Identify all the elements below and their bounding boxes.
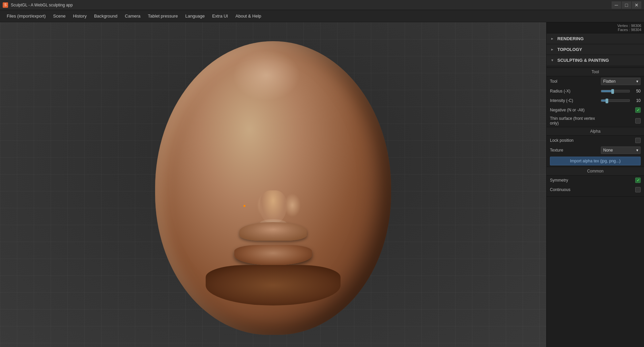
upper-lip — [239, 222, 307, 241]
faces-count: Faces : 98304 — [549, 28, 641, 32]
texture-value-container: None ▾ — [601, 146, 641, 154]
continuous-checkbox[interactable] — [635, 187, 641, 192]
menu-extraui[interactable]: Extra UI — [209, 12, 231, 20]
menu-tablet[interactable]: Tablet pressure — [145, 12, 181, 20]
menu-files[interactable]: Files (import/export) — [3, 12, 49, 20]
intensity-row: Intensity (-C) 10 — [547, 96, 644, 105]
minimize-button[interactable]: ─ — [612, 1, 621, 9]
menu-scene[interactable]: Scene — [50, 12, 69, 20]
3d-model — [138, 41, 408, 328]
rendering-header[interactable]: ► RENDERING — [547, 33, 644, 44]
sculpting-section: ▼ SCULPTING & PAINTING Tool Tool Flatten… — [547, 55, 644, 197]
intensity-slider[interactable]: 10 — [601, 98, 641, 103]
tool-row: Tool Flatten ▾ — [547, 76, 644, 86]
symmetry-checkmark: ✓ — [637, 178, 640, 183]
rendering-arrow: ► — [551, 37, 555, 41]
maximize-button[interactable]: □ — [622, 1, 631, 9]
texture-dropdown-arrow-icon: ▾ — [636, 148, 638, 153]
rendering-section: ► RENDERING — [547, 33, 644, 44]
topology-section: ► TOPOLOGY — [547, 44, 644, 55]
menu-history[interactable]: History — [69, 12, 90, 20]
negative-row: Negative (N or -Alt) ✓ — [547, 105, 644, 115]
negative-checkbox[interactable]: ✓ — [635, 107, 641, 113]
viewport[interactable] — [0, 22, 546, 347]
topology-header[interactable]: ► TOPOLOGY — [547, 44, 644, 55]
radius-row: Radius (-X) 50 — [547, 86, 644, 96]
texture-dropdown-value: None — [603, 148, 613, 153]
dropdown-arrow-icon: ▾ — [636, 79, 638, 84]
texture-label: Texture — [550, 148, 599, 153]
menu-help[interactable]: About & Help — [232, 12, 265, 20]
vertex-count: Vertex : 98306 — [549, 24, 641, 28]
thin-surface-label: Thin surface (front vertex only) — [550, 116, 599, 126]
intensity-label: Intensity (-C) — [550, 98, 599, 103]
titlebar-left: S SculptGL - A WebGL sculpting app — [3, 2, 73, 8]
sculpting-content: Tool Tool Flatten ▾ Radius (-X) — [547, 65, 644, 196]
menubar: Files (import/export) Scene History Back… — [0, 10, 644, 22]
radius-slider[interactable]: 50 — [601, 89, 641, 94]
tool-sublabel: Tool — [547, 68, 644, 76]
continuous-label: Continuous — [550, 187, 599, 192]
negative-checkmark: ✓ — [637, 108, 640, 112]
rendering-label: RENDERING — [557, 36, 584, 41]
titlebar: S SculptGL - A WebGL sculpting app ─ □ ✕ — [0, 0, 644, 10]
radius-number: 50 — [631, 89, 641, 94]
negative-label: Negative (N or -Alt) — [550, 108, 599, 112]
tool-value-container: Flatten ▾ — [601, 78, 641, 85]
main-layout: Vertex : 98306 Faces : 98304 ► RENDERING… — [0, 22, 644, 347]
lock-position-row: Lock position — [547, 136, 644, 145]
sculpting-arrow: ▼ — [551, 58, 555, 62]
symmetry-label: Symmetry — [550, 178, 599, 183]
texture-dropdown[interactable]: None ▾ — [601, 146, 641, 154]
radius-thumb[interactable] — [611, 89, 614, 94]
thin-surface-checkbox-container — [601, 118, 641, 124]
intensity-thumb[interactable] — [606, 99, 608, 103]
app-title: SculptGL - A WebGL sculpting app — [11, 3, 73, 7]
stats-display: Vertex : 98306 Faces : 98304 — [547, 22, 644, 33]
chin-area — [206, 265, 341, 305]
continuous-row: Continuous — [547, 185, 644, 194]
close-button[interactable]: ✕ — [632, 1, 641, 9]
brush-cursor — [243, 205, 245, 207]
lock-position-checkbox[interactable] — [635, 138, 641, 143]
tool-label: Tool — [550, 79, 599, 84]
texture-row: Texture None ▾ — [547, 145, 644, 155]
radius-label: Radius (-X) — [550, 89, 599, 94]
intensity-track[interactable] — [601, 99, 630, 102]
intensity-number: 10 — [631, 98, 641, 103]
right-panel: Vertex : 98306 Faces : 98304 ► RENDERING… — [546, 22, 644, 347]
menu-background[interactable]: Background — [91, 12, 121, 20]
tool-dropdown-value: Flatten — [603, 79, 616, 84]
app-icon: S — [3, 2, 8, 8]
thin-surface-checkbox[interactable] — [635, 118, 641, 124]
symmetry-checkbox-container: ✓ — [601, 178, 641, 183]
radius-fill — [601, 90, 613, 92]
sculpting-header[interactable]: ▼ SCULPTING & PAINTING — [547, 55, 644, 65]
continuous-checkbox-container — [601, 187, 641, 192]
import-alpha-button[interactable]: Import alpha tex (jpg, png...) — [550, 157, 641, 165]
sculpting-label: SCULPTING & PAINTING — [557, 58, 609, 63]
model-container — [0, 22, 546, 347]
canvas-background — [0, 22, 546, 347]
forehead-highlight — [233, 50, 300, 101]
radius-value-container: 50 — [601, 89, 641, 94]
menu-camera[interactable]: Camera — [121, 12, 144, 20]
topology-label: TOPOLOGY — [557, 47, 582, 52]
intensity-value-container: 10 — [601, 98, 641, 103]
radius-track[interactable] — [601, 90, 630, 92]
lock-position-checkbox-container — [601, 138, 641, 143]
symmetry-checkbox[interactable]: ✓ — [635, 178, 641, 183]
menu-language[interactable]: Language — [182, 12, 208, 20]
common-sublabel: Common — [547, 167, 644, 176]
thin-surface-row: Thin surface (front vertex only) — [547, 115, 644, 127]
lock-position-label: Lock position — [550, 138, 599, 143]
alpha-sublabel: Alpha — [547, 127, 644, 136]
negative-checkbox-container: ✓ — [601, 107, 641, 113]
symmetry-row: Symmetry ✓ — [547, 176, 644, 185]
topology-arrow: ► — [551, 48, 555, 51]
lower-lip — [234, 245, 312, 265]
window-controls: ─ □ ✕ — [612, 1, 641, 9]
tool-dropdown[interactable]: Flatten ▾ — [601, 78, 641, 85]
